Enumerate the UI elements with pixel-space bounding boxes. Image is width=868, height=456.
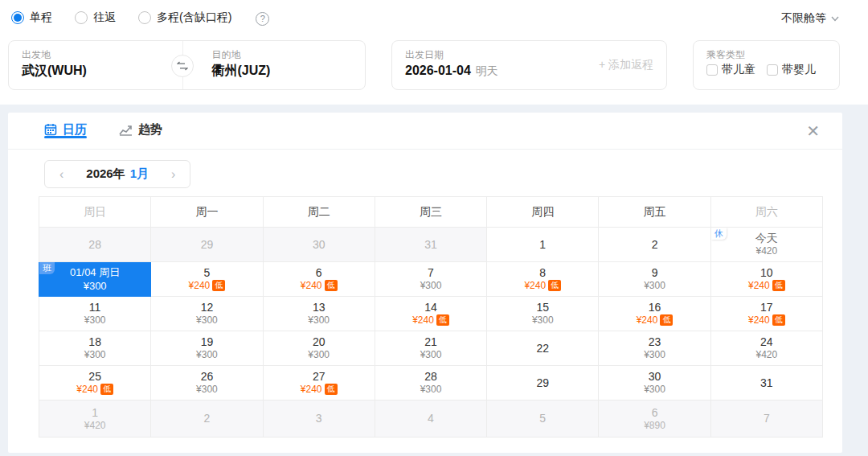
calendar-day-cell[interactable]: 7¥300: [375, 262, 486, 297]
passenger-type-box: 乘客类型 带儿童带婴儿: [693, 40, 840, 90]
low-price-badge: 低: [660, 314, 673, 326]
day-number: 7: [375, 266, 486, 280]
cabin-class-selector[interactable]: 不限舱等: [781, 11, 839, 26]
calendar-day-cell: 1¥420: [39, 401, 151, 438]
price-amount: ¥420: [755, 245, 777, 257]
calendar-day-cell[interactable]: 27¥240低: [263, 366, 375, 401]
day-price: ¥300: [264, 349, 375, 361]
day-price: ¥240低: [599, 314, 710, 327]
swap-cities-button[interactable]: [171, 55, 194, 77]
day-number: 14: [375, 301, 486, 314]
tab-calendar[interactable]: 日历: [44, 122, 87, 138]
trip-type-row: 单程往返多程(含缺口程) ? 不限舱等: [0, 8, 868, 29]
day-number: 今天: [711, 232, 822, 245]
day-number: 7: [711, 412, 822, 425]
day-number: 19: [151, 335, 262, 349]
low-price-badge: 低: [325, 384, 338, 395]
passenger-checkbox-child[interactable]: 带儿童: [706, 63, 755, 77]
flight-search-page: 单程往返多程(含缺口程) ? 不限舱等 出发地 武汉(WUH): [0, 0, 868, 456]
calendar-day-cell[interactable]: 1: [487, 228, 599, 262]
calendar-day-cell[interactable]: 2: [599, 228, 710, 262]
weekday-header: 周二: [263, 197, 375, 228]
trip-type-oneway[interactable]: 单程: [11, 10, 52, 25]
calendar-day-cell[interactable]: 22: [487, 331, 599, 366]
price-amount: ¥240: [524, 280, 546, 291]
calendar-day-cell[interactable]: 28¥300: [375, 366, 486, 401]
day-price: ¥300: [375, 280, 486, 292]
calendar-day-cell[interactable]: 18¥300: [39, 331, 151, 366]
day-number: 24: [711, 335, 822, 349]
chevron-down-icon: [831, 14, 839, 23]
day-price: ¥240低: [711, 314, 822, 327]
selected-date-price: ¥300: [39, 279, 150, 293]
calendar-day-cell[interactable]: 25¥240低: [39, 366, 151, 401]
calendar-day-cell-selected[interactable]: 班01/04 周日¥300: [39, 262, 151, 297]
calendar-day-cell[interactable]: 29: [487, 366, 599, 401]
day-number: 3: [264, 412, 375, 425]
city-fields-box: 出发地 武汉(WUH) 目的地 衢州(JUZ): [8, 40, 366, 90]
calendar-day-cell[interactable]: 休今天¥420: [710, 228, 822, 262]
price-amount: ¥240: [189, 280, 211, 291]
date-text: 2026-01-04: [405, 64, 471, 77]
calendar-day-cell[interactable]: 11¥300: [39, 297, 151, 331]
price-amount: ¥240: [301, 384, 322, 395]
day-number: 10: [711, 266, 822, 280]
next-month-button[interactable]: ›: [170, 168, 177, 181]
destination-value: 衢州(JUZ): [212, 61, 353, 80]
trip-type-multicity[interactable]: 多程(含缺口程): [138, 10, 231, 25]
calendar-day-cell[interactable]: 30¥300: [599, 366, 710, 401]
calendar-day-cell[interactable]: 15¥300: [487, 297, 599, 331]
calendar-day-cell[interactable]: 6¥240低: [263, 262, 375, 297]
departure-field[interactable]: 出发地 武汉(WUH): [9, 41, 175, 89]
day-price: ¥240低: [39, 384, 150, 396]
day-number: 5: [487, 412, 598, 425]
day-number: 27: [264, 370, 375, 384]
add-return-button[interactable]: + 添加返程: [599, 58, 653, 72]
calendar-day-cell[interactable]: 12¥300: [151, 297, 263, 331]
calendar-day-cell[interactable]: 16¥240低: [599, 297, 710, 331]
calendar-day-cell: 3: [263, 401, 375, 438]
day-number: 13: [264, 301, 375, 314]
calendar-day-cell[interactable]: 24¥420: [710, 331, 822, 366]
help-icon[interactable]: ?: [256, 12, 269, 26]
day-number: 30: [599, 370, 710, 384]
tab-trend[interactable]: 趋势: [119, 122, 162, 138]
calendar-day-cell[interactable]: 17¥240低: [710, 297, 822, 331]
price-calendar: 周日周一周二周三周四周五周六 2829303112休今天¥420班01/04 周…: [39, 196, 823, 438]
calendar-day-cell[interactable]: 9¥300: [599, 262, 710, 297]
close-icon[interactable]: ✕: [806, 123, 820, 139]
calendar-day-cell[interactable]: 21¥300: [375, 331, 486, 366]
low-price-badge: 低: [436, 314, 449, 326]
search-fields-row: 出发地 武汉(WUH) 目的地 衢州(JUZ) 出发日期: [8, 40, 840, 90]
calendar-day-cell[interactable]: 13¥300: [263, 297, 375, 331]
price-amount: ¥300: [84, 314, 106, 326]
calendar-day-cell[interactable]: 14¥240低: [375, 297, 486, 331]
calendar-day-cell[interactable]: 5¥240低: [151, 262, 263, 297]
calendar-day-cell: 2: [151, 401, 263, 438]
checkbox-icon: [706, 64, 718, 76]
destination-field[interactable]: 目的地 衢州(JUZ): [175, 41, 366, 89]
day-price: ¥300: [599, 349, 710, 361]
calendar-day-cell: 29: [151, 228, 263, 262]
calendar-day-cell: 28: [39, 228, 151, 262]
month-label: 2026年1月: [86, 166, 149, 182]
calendar-day-cell[interactable]: 20¥300: [263, 331, 375, 366]
date-field-box: 出发日期 2026-01-04明天 + 添加返程: [391, 40, 667, 90]
price-amount: ¥300: [532, 314, 554, 326]
search-section: 单程往返多程(含缺口程) ? 不限舱等 出发地 武汉(WUH): [0, 0, 868, 105]
radio-icon: [11, 11, 24, 24]
prev-month-button[interactable]: ‹: [58, 168, 65, 181]
day-price: ¥300: [39, 349, 150, 361]
day-number: 15: [487, 301, 598, 314]
calendar-day-cell[interactable]: 23¥300: [599, 331, 710, 366]
weekday-header: 周三: [375, 197, 486, 228]
day-price: ¥240低: [264, 280, 375, 292]
calendar-day-cell[interactable]: 19¥300: [151, 331, 263, 366]
calendar-day-cell[interactable]: 8¥240低: [487, 262, 599, 297]
day-number: 29: [487, 376, 598, 390]
calendar-day-cell[interactable]: 31: [710, 366, 822, 401]
calendar-day-cell[interactable]: 10¥240低: [710, 262, 822, 297]
calendar-day-cell[interactable]: 26¥300: [151, 366, 263, 401]
trip-type-roundtrip[interactable]: 往返: [75, 10, 116, 25]
passenger-checkbox-infant[interactable]: 带婴儿: [767, 63, 816, 77]
